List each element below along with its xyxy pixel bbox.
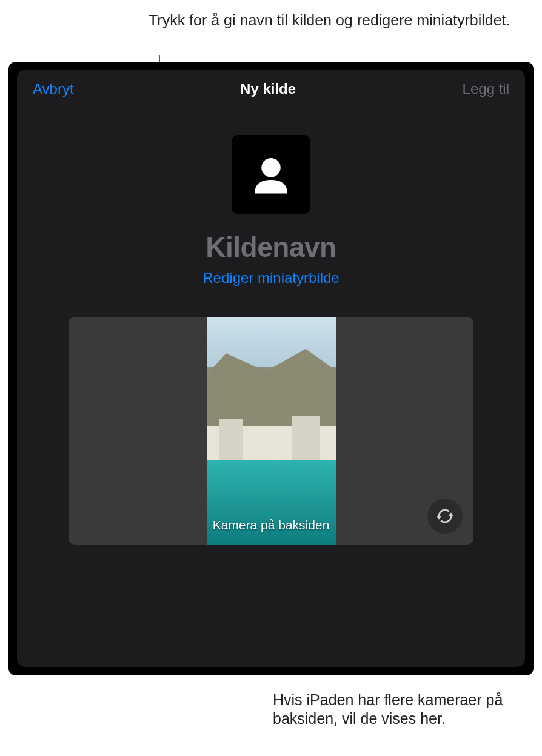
new-source-modal: Avbryt Ny kilde Legg til Kildenavn Redig… xyxy=(17,70,525,667)
device-frame: Avbryt Ny kilde Legg til Kildenavn Redig… xyxy=(8,62,534,675)
person-silhouette-icon xyxy=(249,153,293,196)
edit-thumbnail-button[interactable]: Rediger miniatyrbilde xyxy=(17,270,525,287)
camera-preview-area: Kamera på baksiden xyxy=(69,317,473,545)
svg-point-0 xyxy=(261,158,281,177)
add-button[interactable]: Legg til xyxy=(463,81,509,98)
camera-flip-icon xyxy=(435,506,455,526)
callout-leader-line-bottom xyxy=(272,612,272,681)
flip-camera-button[interactable] xyxy=(427,499,463,534)
source-name-input[interactable]: Kildenavn xyxy=(17,231,525,264)
modal-header: Avbryt Ny kilde Legg til xyxy=(17,70,525,106)
cancel-button[interactable]: Avbryt xyxy=(33,81,74,98)
preview-buildings xyxy=(207,426,336,460)
modal-title: Ny kilde xyxy=(240,81,296,98)
camera-preview-image xyxy=(207,317,336,545)
source-avatar[interactable] xyxy=(232,135,310,214)
name-section: Kildenavn Rediger miniatyrbilde xyxy=(17,231,525,287)
callout-bottom-text: Hvis iPaden har flere kameraer på baksid… xyxy=(273,691,542,729)
callout-top-text: Trykk for å gi navn til kilden og redige… xyxy=(149,11,510,30)
camera-label: Kamera på baksiden xyxy=(213,518,330,532)
